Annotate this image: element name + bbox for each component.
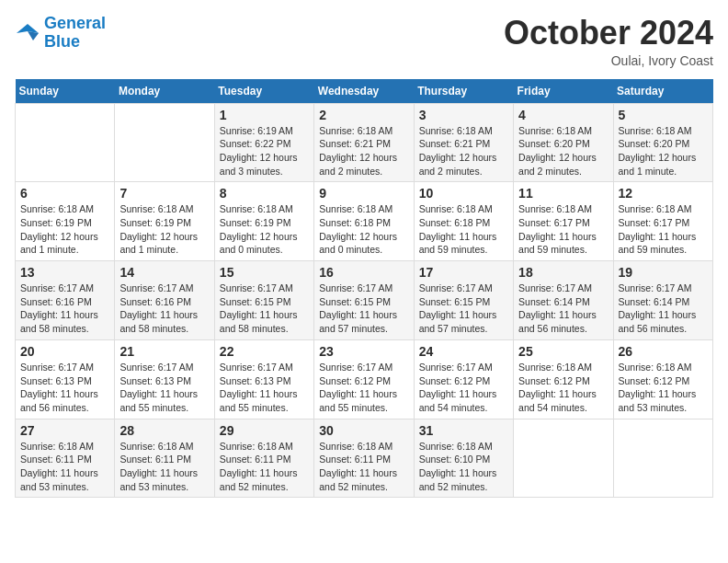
calendar-week-3: 13Sunrise: 6:17 AMSunset: 6:16 PMDayligh… — [16, 261, 713, 340]
day-number: 3 — [419, 108, 508, 122]
day-number: 14 — [119, 265, 209, 280]
day-number: 15 — [220, 265, 309, 280]
day-info: Sunrise: 6:17 AMSunset: 6:14 PMDaylight:… — [619, 282, 708, 336]
title-block: October 2024 Oulai, Ivory Coast — [504, 15, 713, 68]
day-info: Sunrise: 6:18 AMSunset: 6:21 PMDaylight:… — [419, 124, 508, 178]
calendar-cell: 27Sunrise: 6:18 AMSunset: 6:11 PMDayligh… — [16, 419, 115, 498]
calendar-cell: 29Sunrise: 6:18 AMSunset: 6:11 PMDayligh… — [214, 419, 313, 498]
day-info: Sunrise: 6:18 AMSunset: 6:11 PMDaylight:… — [20, 440, 109, 494]
calendar-week-1: 1Sunrise: 6:19 AMSunset: 6:22 PMDaylight… — [16, 103, 713, 182]
day-info: Sunrise: 6:19 AMSunset: 6:22 PMDaylight:… — [220, 124, 309, 178]
calendar-cell: 30Sunrise: 6:18 AMSunset: 6:11 PMDayligh… — [314, 419, 414, 498]
day-info: Sunrise: 6:18 AMSunset: 6:18 PMDaylight:… — [319, 202, 408, 257]
calendar-cell: 12Sunrise: 6:18 AMSunset: 6:17 PMDayligh… — [613, 182, 712, 261]
day-number: 9 — [319, 186, 408, 201]
day-info: Sunrise: 6:17 AMSunset: 6:13 PMDaylight:… — [220, 361, 309, 415]
day-number: 8 — [220, 186, 309, 201]
day-info: Sunrise: 6:18 AMSunset: 6:17 PMDaylight:… — [518, 202, 608, 257]
day-number: 22 — [220, 344, 309, 359]
calendar-cell: 9Sunrise: 6:18 AMSunset: 6:18 PMDaylight… — [314, 182, 414, 261]
day-number: 19 — [619, 265, 708, 280]
calendar-cell: 19Sunrise: 6:17 AMSunset: 6:14 PMDayligh… — [613, 261, 712, 340]
day-number: 6 — [20, 186, 109, 201]
day-info: Sunrise: 6:17 AMSunset: 6:15 PMDaylight:… — [419, 282, 508, 336]
calendar-cell: 1Sunrise: 6:19 AMSunset: 6:22 PMDaylight… — [214, 103, 313, 182]
day-number: 26 — [619, 344, 708, 359]
day-info: Sunrise: 6:18 AMSunset: 6:18 PMDaylight:… — [419, 202, 508, 257]
day-number: 13 — [20, 265, 109, 280]
calendar-cell: 22Sunrise: 6:17 AMSunset: 6:13 PMDayligh… — [214, 339, 313, 419]
day-number: 11 — [518, 186, 608, 201]
calendar-cell — [115, 103, 214, 182]
day-info: Sunrise: 6:18 AMSunset: 6:20 PMDaylight:… — [518, 124, 608, 178]
day-info: Sunrise: 6:17 AMSunset: 6:16 PMDaylight:… — [119, 282, 209, 336]
calendar-cell: 16Sunrise: 6:17 AMSunset: 6:15 PMDayligh… — [314, 261, 414, 340]
calendar-week-4: 20Sunrise: 6:17 AMSunset: 6:13 PMDayligh… — [16, 339, 713, 419]
day-info: Sunrise: 6:17 AMSunset: 6:12 PMDaylight:… — [319, 361, 408, 415]
day-info: Sunrise: 6:18 AMSunset: 6:12 PMDaylight:… — [518, 361, 608, 415]
day-number: 17 — [419, 265, 508, 280]
day-number: 16 — [319, 265, 408, 280]
calendar-cell: 24Sunrise: 6:17 AMSunset: 6:12 PMDayligh… — [414, 339, 513, 419]
day-info: Sunrise: 6:18 AMSunset: 6:11 PMDaylight:… — [119, 440, 209, 494]
col-header-wednesday: Wednesday — [314, 79, 414, 104]
calendar-week-2: 6Sunrise: 6:18 AMSunset: 6:19 PMDaylight… — [16, 182, 713, 261]
day-info: Sunrise: 6:18 AMSunset: 6:19 PMDaylight:… — [20, 202, 109, 257]
day-info: Sunrise: 6:18 AMSunset: 6:20 PMDaylight:… — [619, 124, 708, 178]
day-info: Sunrise: 6:18 AMSunset: 6:19 PMDaylight:… — [119, 202, 209, 257]
day-number: 18 — [518, 265, 608, 280]
col-header-tuesday: Tuesday — [214, 79, 313, 104]
calendar-cell: 13Sunrise: 6:17 AMSunset: 6:16 PMDayligh… — [16, 261, 115, 340]
day-number: 2 — [319, 108, 408, 122]
calendar-cell: 23Sunrise: 6:17 AMSunset: 6:12 PMDayligh… — [314, 339, 414, 419]
day-number: 31 — [419, 423, 508, 438]
logo-text: General Blue — [44, 15, 106, 52]
calendar-cell: 28Sunrise: 6:18 AMSunset: 6:11 PMDayligh… — [115, 419, 214, 498]
calendar-cell: 14Sunrise: 6:17 AMSunset: 6:16 PMDayligh… — [115, 261, 214, 340]
calendar-cell: 26Sunrise: 6:18 AMSunset: 6:12 PMDayligh… — [613, 339, 712, 419]
day-info: Sunrise: 6:17 AMSunset: 6:15 PMDaylight:… — [319, 282, 408, 336]
calendar-week-5: 27Sunrise: 6:18 AMSunset: 6:11 PMDayligh… — [16, 419, 713, 498]
calendar-cell: 7Sunrise: 6:18 AMSunset: 6:19 PMDaylight… — [115, 182, 214, 261]
calendar-cell: 8Sunrise: 6:18 AMSunset: 6:19 PMDaylight… — [214, 182, 313, 261]
day-info: Sunrise: 6:17 AMSunset: 6:12 PMDaylight:… — [419, 361, 508, 415]
logo-icon — [15, 20, 40, 46]
day-info: Sunrise: 6:18 AMSunset: 6:10 PMDaylight:… — [419, 440, 508, 494]
calendar-cell: 17Sunrise: 6:17 AMSunset: 6:15 PMDayligh… — [414, 261, 513, 340]
calendar-cell: 2Sunrise: 6:18 AMSunset: 6:21 PMDaylight… — [314, 103, 414, 182]
day-info: Sunrise: 6:17 AMSunset: 6:14 PMDaylight:… — [518, 282, 608, 336]
day-number: 23 — [319, 344, 408, 359]
svg-marker-0 — [17, 24, 39, 33]
col-header-saturday: Saturday — [613, 79, 712, 104]
day-info: Sunrise: 6:18 AMSunset: 6:12 PMDaylight:… — [619, 361, 708, 415]
col-header-sunday: Sunday — [16, 79, 115, 104]
logo: General Blue — [15, 15, 106, 52]
calendar-cell: 5Sunrise: 6:18 AMSunset: 6:20 PMDaylight… — [613, 103, 712, 182]
day-info: Sunrise: 6:18 AMSunset: 6:11 PMDaylight:… — [220, 440, 309, 494]
day-info: Sunrise: 6:18 AMSunset: 6:19 PMDaylight:… — [220, 202, 309, 257]
calendar-cell: 3Sunrise: 6:18 AMSunset: 6:21 PMDaylight… — [414, 103, 513, 182]
calendar-cell — [514, 419, 613, 498]
col-header-thursday: Thursday — [414, 79, 513, 104]
day-number: 24 — [419, 344, 508, 359]
calendar-table: SundayMondayTuesdayWednesdayThursdayFrid… — [15, 79, 713, 499]
day-number: 4 — [518, 108, 608, 122]
day-number: 7 — [119, 186, 209, 201]
day-info: Sunrise: 6:18 AMSunset: 6:11 PMDaylight:… — [319, 440, 408, 494]
day-info: Sunrise: 6:18 AMSunset: 6:21 PMDaylight:… — [319, 124, 408, 178]
calendar-cell — [613, 419, 712, 498]
page-header: General Blue October 2024 Oulai, Ivory C… — [15, 15, 713, 68]
day-number: 27 — [20, 423, 109, 438]
day-number: 5 — [619, 108, 708, 122]
day-info: Sunrise: 6:17 AMSunset: 6:16 PMDaylight:… — [20, 282, 109, 336]
calendar-cell: 20Sunrise: 6:17 AMSunset: 6:13 PMDayligh… — [16, 339, 115, 419]
location-subtitle: Oulai, Ivory Coast — [504, 53, 713, 68]
day-number: 12 — [619, 186, 708, 201]
calendar-cell: 21Sunrise: 6:17 AMSunset: 6:13 PMDayligh… — [115, 339, 214, 419]
month-title: October 2024 — [504, 15, 713, 52]
day-number: 20 — [20, 344, 109, 359]
calendar-cell: 15Sunrise: 6:17 AMSunset: 6:15 PMDayligh… — [214, 261, 313, 340]
calendar-cell: 10Sunrise: 6:18 AMSunset: 6:18 PMDayligh… — [414, 182, 513, 261]
day-number: 29 — [220, 423, 309, 438]
day-number: 21 — [119, 344, 209, 359]
